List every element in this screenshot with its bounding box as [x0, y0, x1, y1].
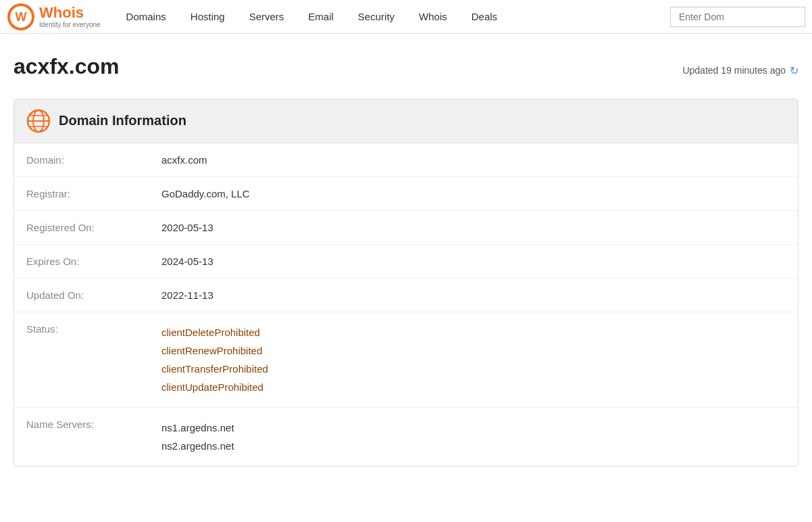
card-header: Domain Information — [14, 99, 798, 143]
nameserver-1: ns1.argedns.net — [161, 419, 786, 437]
card-title: Domain Information — [59, 113, 186, 128]
nav-link-deals[interactable]: Deals — [459, 0, 509, 34]
updated-text: Updated 19 minutes ago — [682, 65, 786, 76]
label-expires: Expires On: — [26, 256, 161, 267]
info-row-registered: Registered On: 2020-05-13 — [14, 211, 798, 245]
label-registrar: Registrar: — [26, 188, 161, 199]
info-row-status: Status: clientDeleteProhibited clientRen… — [14, 312, 798, 408]
label-nameservers: Name Servers: — [26, 419, 161, 430]
www-icon — [26, 109, 51, 133]
nav-link-security[interactable]: Security — [346, 0, 407, 34]
search-container — [670, 7, 805, 27]
value-registered: 2020-05-13 — [161, 222, 786, 233]
main-content: acxfx.com Updated 19 minutes ago ↻ Domai… — [0, 34, 812, 480]
domain-card: Domain Information Domain: acxfx.com Reg… — [14, 99, 798, 467]
nav-link-hosting[interactable]: Hosting — [178, 0, 237, 34]
nav-links: Domains Hosting Servers Email Security W… — [114, 0, 670, 34]
label-updated: Updated On: — [26, 289, 161, 301]
logo-brand: Whois — [39, 5, 101, 21]
navbar: W Whois Identity for everyone Domains Ho… — [0, 0, 812, 34]
value-updated: 2022-11-13 — [161, 289, 786, 301]
nav-link-whois[interactable]: Whois — [407, 0, 459, 34]
value-expires: 2024-05-13 — [161, 256, 786, 267]
nav-link-email[interactable]: Email — [296, 0, 346, 34]
whois-logo-icon: W — [7, 3, 35, 31]
label-registered: Registered On: — [26, 222, 161, 233]
logo-text: Whois Identity for everyone — [39, 5, 101, 28]
status-clientDeleteProhibited[interactable]: clientDeleteProhibited — [161, 323, 786, 341]
updated-line: Updated 19 minutes ago ↻ — [682, 64, 798, 77]
svg-text:W: W — [16, 10, 27, 24]
info-row-expires: Expires On: 2024-05-13 — [14, 245, 798, 279]
refresh-icon[interactable]: ↻ — [790, 64, 798, 77]
nameserver-2: ns2.argedns.net — [161, 437, 786, 455]
status-clientRenewProhibited[interactable]: clientRenewProhibited — [161, 341, 786, 360]
status-clientTransferProhibited[interactable]: clientTransferProhibited — [161, 360, 786, 378]
info-row-nameservers: Name Servers: ns1.argedns.net ns2.argedn… — [14, 408, 798, 466]
info-row-registrar: Registrar: GoDaddy.com, LLC — [14, 177, 798, 211]
title-row: acxfx.com Updated 19 minutes ago ↻ — [14, 54, 798, 88]
label-domain: Domain: — [26, 154, 161, 166]
search-input[interactable] — [670, 7, 805, 27]
label-status: Status: — [26, 323, 161, 335]
logo: W Whois Identity for everyone — [7, 3, 101, 31]
nav-link-domains[interactable]: Domains — [114, 0, 178, 34]
info-row-domain: Domain: acxfx.com — [14, 143, 798, 177]
nav-link-servers[interactable]: Servers — [237, 0, 297, 34]
value-status: clientDeleteProhibited clientRenewProhib… — [161, 323, 786, 396]
info-row-updated: Updated On: 2022-11-13 — [14, 279, 798, 312]
domain-title: acxfx.com — [14, 54, 120, 79]
value-domain: acxfx.com — [161, 154, 786, 166]
logo-tagline: Identity for everyone — [39, 21, 101, 28]
card-body: Domain: acxfx.com Registrar: GoDaddy.com… — [14, 143, 798, 466]
value-nameservers: ns1.argedns.net ns2.argedns.net — [161, 419, 786, 455]
value-registrar: GoDaddy.com, LLC — [161, 188, 786, 199]
status-clientUpdateProhibited[interactable]: clientUpdateProhibited — [161, 378, 786, 396]
